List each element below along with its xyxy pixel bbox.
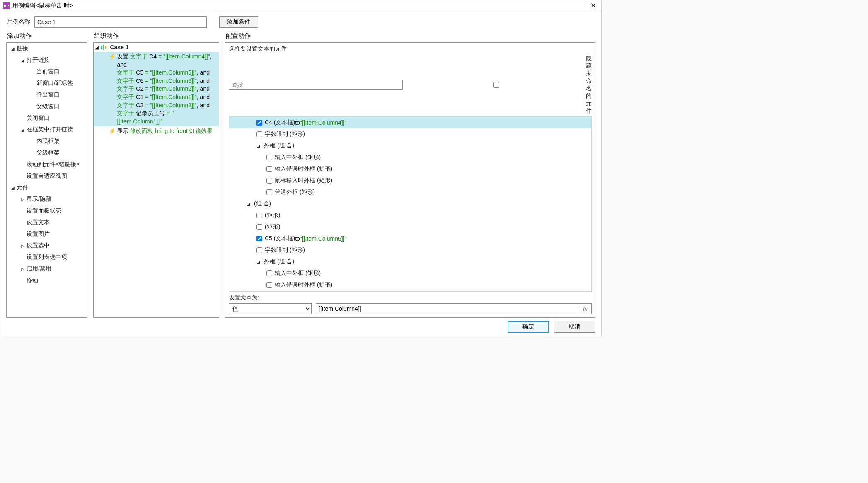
cfg-search-row: 隐藏未命名的元件 <box>225 54 595 116</box>
configure-actions-panel: 配置动作 选择要设置文本的元件 隐藏未命名的元件 C4 (文本框) to "[[… <box>225 29 595 318</box>
action-lines: 设置 文字于 C4 = "[[Item.Column4]]", and 文字于 … <box>117 53 217 126</box>
cfg-row[interactable]: 输入中外框 (矩形) <box>229 152 591 163</box>
case-row[interactable]: ◢ Case 1 <box>94 43 219 52</box>
tree-item-adaptive-view[interactable]: ◢设置自适应视图 <box>7 170 87 182</box>
organize-actions-title: 组织动作 <box>93 29 225 42</box>
panels: 添加动作 ◢链接 ◢打开链接 ◢当前窗口 ◢新窗口/新标签 ◢弹出窗口 ◢父级窗… <box>0 29 601 318</box>
tree-item-widgets[interactable]: ◢元件 <box>7 182 87 193</box>
cfg-search-input[interactable] <box>229 80 403 90</box>
tree-item-new-window[interactable]: ◢新窗口/新标签 <box>7 77 87 89</box>
action-lines: 显示 修改面板 bring to front 灯箱效果 <box>117 127 217 135</box>
fx-button[interactable]: fx <box>579 305 591 312</box>
cfg-checkbox[interactable] <box>266 282 272 288</box>
cfg-checkbox[interactable] <box>256 213 262 218</box>
case-name-label: 用例名称 <box>7 18 30 26</box>
tree-item-current-window[interactable]: ◢当前窗口 <box>7 66 87 77</box>
cfg-row-c4[interactable]: C4 (文本框) to "[[Item.Column4]]" <box>229 117 591 128</box>
cfg-row[interactable]: 输入错误时外框 (矩形) <box>229 163 591 175</box>
bolt-icon: ⚡ <box>109 127 114 134</box>
case-name-label: Case 1 <box>110 44 128 51</box>
action-set-text[interactable]: ⚡ 设置 文字于 C4 = "[[Item.Column4]]", and 文字… <box>94 52 219 126</box>
case-name-input[interactable] <box>34 16 207 28</box>
cfg-checkbox[interactable] <box>256 236 262 242</box>
footer: 确定 取消 <box>0 318 601 336</box>
cfg-row[interactable]: (矩形) <box>229 210 591 221</box>
cfg-checkbox[interactable] <box>256 247 262 253</box>
app-icon: RP <box>3 2 10 9</box>
case-editor-dialog: RP 用例编辑<鼠标单击 时> ✕ 用例名称 添加条件 添加动作 ◢链接 ◢打开… <box>0 0 602 336</box>
cfg-row[interactable]: 输入中外框 (矩形) <box>229 268 591 279</box>
bolt-icon: ⚡ <box>109 53 114 60</box>
tree-item-set-panel-state[interactable]: ◢设置面板状态 <box>7 205 87 217</box>
organize-actions-panel: 组织动作 ◢ Case 1 ⚡ 设置 文字于 C4 = "[[Item.Colu… <box>93 29 225 318</box>
hide-unnamed-label: 隐藏未命名的元件 <box>586 55 592 115</box>
tree-item-parent-window[interactable]: ◢父级窗口 <box>7 101 87 112</box>
tree-item-popup[interactable]: ◢弹出窗口 <box>7 89 87 101</box>
cfg-checkbox[interactable] <box>266 178 272 184</box>
tree-item-open-link[interactable]: ◢打开链接 <box>7 54 87 66</box>
tree-item-enable-disable[interactable]: ▷启用/禁用 <box>7 263 87 275</box>
cfg-row-group[interactable]: ◢外框 (组 合) <box>229 140 591 152</box>
tree-item-links[interactable]: ◢链接 <box>7 43 87 54</box>
value-input-box: fx <box>316 303 592 314</box>
cfg-row-c5[interactable]: C5 (文本框) to "[[Item.Column5]]" <box>229 233 591 244</box>
set-text-to-label: 设置文本为: <box>229 294 592 302</box>
add-actions-title: 添加动作 <box>6 29 93 42</box>
organize-actions-box: ◢ Case 1 ⚡ 设置 文字于 C4 = "[[Item.Column4]]… <box>93 42 219 318</box>
cfg-row-group[interactable]: ◢外框 (组 合) <box>229 256 591 268</box>
cfg-select-label: 选择要设置文本的元件 <box>225 43 595 54</box>
window-title: 用例编辑<鼠标单击 时> <box>12 2 73 10</box>
value-type-select[interactable]: 值 <box>229 303 312 314</box>
cancel-button[interactable]: 取消 <box>554 321 595 333</box>
titlebar: RP 用例编辑<鼠标单击 时> ✕ <box>0 0 601 11</box>
tree-item-scroll-anchor[interactable]: ◢滚动到元件<锚链接> <box>7 159 87 170</box>
ok-button[interactable]: 确定 <box>508 321 549 333</box>
tree-item-close-window[interactable]: ◢关闭窗口 <box>7 112 87 124</box>
organize-actions-tree[interactable]: ◢ Case 1 ⚡ 设置 文字于 C4 = "[[Item.Column4]]… <box>94 43 219 317</box>
add-condition-button[interactable]: 添加条件 <box>219 16 258 28</box>
cfg-widget-tree[interactable]: C4 (文本框) to "[[Item.Column4]]" 字数限制 (矩形)… <box>229 116 592 292</box>
tree-item-show-hide[interactable]: ▷显示/隐藏 <box>7 193 87 205</box>
cfg-row[interactable]: 鼠标移入时外框 (矩形) <box>229 175 591 186</box>
case-icon <box>101 44 108 50</box>
action-show[interactable]: ⚡ 显示 修改面板 bring to front 灯箱效果 <box>94 126 219 136</box>
tree-item-set-list-selected[interactable]: ◢设置列表选中项 <box>7 251 87 263</box>
cfg-row-group[interactable]: ◢(组 合) <box>229 198 591 210</box>
cfg-checkbox[interactable] <box>266 189 272 195</box>
configure-actions-title: 配置动作 <box>225 29 595 42</box>
value-input[interactable] <box>316 305 579 312</box>
tree-item-parent-frame[interactable]: ◢父级框架 <box>7 147 87 159</box>
hide-unnamed-checkbox[interactable]: 隐藏未命名的元件 <box>409 55 592 115</box>
add-actions-box: ◢链接 ◢打开链接 ◢当前窗口 ◢新窗口/新标签 ◢弹出窗口 ◢父级窗口 ◢关闭… <box>6 42 87 318</box>
close-icon[interactable]: ✕ <box>588 0 599 11</box>
tree-item-set-text[interactable]: ◢设置文本 <box>7 217 87 228</box>
add-actions-panel: 添加动作 ◢链接 ◢打开链接 ◢当前窗口 ◢新窗口/新标签 ◢弹出窗口 ◢父级窗… <box>6 29 93 318</box>
hide-unnamed-cb[interactable] <box>409 82 583 88</box>
tree-item-set-image[interactable]: ◢设置图片 <box>7 228 87 240</box>
cfg-checkbox[interactable] <box>256 224 262 230</box>
cfg-checkbox[interactable] <box>266 155 272 160</box>
cfg-row[interactable]: 字数限制 (矩形) <box>229 244 591 256</box>
add-actions-tree[interactable]: ◢链接 ◢打开链接 ◢当前窗口 ◢新窗口/新标签 ◢弹出窗口 ◢父级窗口 ◢关闭… <box>7 43 87 317</box>
cfg-row[interactable]: 字数限制 (矩形) <box>229 128 591 140</box>
cfg-checkbox[interactable] <box>266 166 272 172</box>
cfg-checkbox[interactable] <box>266 270 272 276</box>
cfg-bottom: 设置文本为: 值 fx <box>225 292 595 317</box>
tree-item-move[interactable]: ◢移动 <box>7 275 87 286</box>
cfg-checkbox[interactable] <box>256 120 262 126</box>
configure-actions-box: 选择要设置文本的元件 隐藏未命名的元件 C4 (文本框) to "[[Item.… <box>225 42 595 318</box>
cfg-row[interactable]: 输入错误时外框 (矩形) <box>229 279 591 291</box>
cfg-row[interactable]: 普通外框 (矩形) <box>229 186 591 198</box>
cfg-checkbox[interactable] <box>256 131 262 137</box>
cfg-row[interactable]: (矩形) <box>229 221 591 233</box>
tree-item-set-selected[interactable]: ▷设置选中 <box>7 240 87 251</box>
header: 用例名称 添加条件 <box>0 11 601 29</box>
tree-item-open-in-frame[interactable]: ◢在框架中打开链接 <box>7 124 87 135</box>
tree-item-inline-frame[interactable]: ◢内联框架 <box>7 135 87 147</box>
